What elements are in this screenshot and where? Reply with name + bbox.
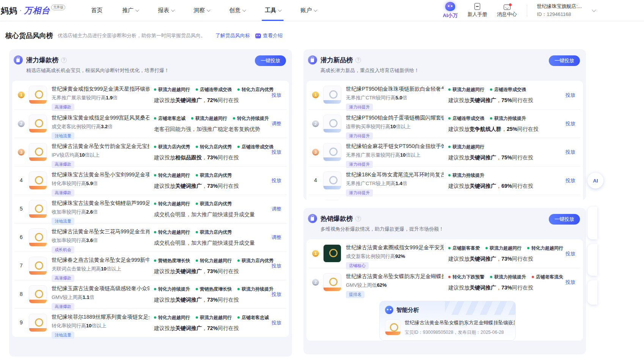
help-icon[interactable]: ?	[355, 57, 361, 63]
diagnosis-tag: 获流力店内优秀	[196, 229, 232, 236]
app-logo[interactable]: 妈妈 · 万相台 无界版	[1, 5, 65, 16]
product-thumbnail[interactable]	[29, 314, 47, 332]
product-title[interactable]: 世纪缘18K金耳饰女鸢尾流光耳环时尚复古K金镶...	[346, 171, 444, 178]
deploy-link[interactable]: 投放	[272, 177, 281, 184]
product-thumbnail[interactable]	[29, 200, 47, 218]
product-title[interactable]: 世纪缘古法黄金吊坠女蝶韵东方足金蝴蝶挂坠镶嵌...	[346, 273, 444, 280]
product-title[interactable]: 世纪缘18K金耳饰幸运星轨K金本色布契拉提四叶...	[346, 200, 444, 200]
nav-item-创意[interactable]: 创意	[219, 0, 255, 21]
product-thumbnail[interactable]	[323, 171, 341, 190]
product-title[interactable]: 世纪缘古法黄金吊坠女三花马999足金生肖马挂坠...	[52, 228, 149, 235]
nav-item-label: 首页	[91, 7, 102, 14]
product-title[interactable]: 世纪缘黄金戒指女999足金满天星指环镶嵌锆石计...	[52, 86, 149, 93]
document-icon	[474, 3, 480, 10]
product-title[interactable]: 世纪缘珠宝黄金戒指足金999宫廷风莫桑石排钻戒...	[52, 115, 149, 121]
product-title[interactable]: 世纪缘古法黄金吊坠女蝶韵东方足金蝴蝶挂坠镶嵌新款...	[405, 319, 515, 326]
product-title[interactable]: 世纪缘PT950铂金鸽子蛋项链椭圆闪耀套链复古欧...	[346, 115, 444, 121]
nav-item-首页[interactable]: 首页	[81, 0, 112, 21]
learn-windvane-link[interactable]: 了解货品风向标	[215, 32, 250, 39]
product-title[interactable]: 世纪缘春之燕古法黄金吊坠女足金999新中式飞燕...	[52, 257, 149, 264]
adjust-link[interactable]: 调整	[272, 206, 281, 212]
deploy-link[interactable]: 投放	[272, 149, 281, 156]
product-thumbnail[interactable]	[385, 319, 401, 335]
product-title[interactable]: 世纪缘铂金麻花手链女PT950白金扭纹手饰百搭简...	[346, 143, 444, 150]
deploy-link[interactable]: 投放	[565, 149, 575, 156]
rank-cell: 1	[17, 91, 26, 98]
nav-item-工具[interactable]: 工具	[255, 0, 291, 21]
diagnosis-tags: 店铺老客忠诚获流力超越同行转化力持续提升	[154, 115, 284, 122]
status-dot-green	[237, 316, 240, 319]
deploy-link[interactable]: 投放	[272, 263, 281, 269]
product-title[interactable]: 世纪缘PT950铂金珠珠项链新款白金轻奢气质高级...	[346, 86, 444, 93]
view-intro-link[interactable]: 查看介绍	[255, 32, 283, 39]
ai-float-button[interactable]: AI	[587, 173, 603, 189]
product-thumbnail[interactable]	[29, 115, 47, 133]
help-icon[interactable]: ?	[355, 216, 361, 222]
nav-item-报表[interactable]: 报表	[148, 0, 184, 21]
diagnosis-tag: 获流力超越同行	[154, 86, 190, 93]
one-key-deploy-button[interactable]: 一键投放	[549, 55, 580, 66]
product-thumbnail[interactable]	[323, 200, 341, 200]
adjust-link[interactable]: 调整	[272, 120, 281, 127]
ai-robot-icon	[385, 306, 393, 314]
deploy-link[interactable]: 投放	[565, 177, 575, 184]
page-header: 核心货品风向榜 优选店铺主力品进行全面诊断和分析，助你第一时间掌握货品风向。 了…	[0, 21, 644, 46]
product-thumbnail[interactable]	[29, 86, 47, 104]
suggestion-text: 建议投放关键词推广，72%同行在投	[154, 97, 284, 104]
product-title[interactable]: 世纪缘玉露古法黄金项链高级感轻奢小众999足金...	[52, 285, 149, 292]
newbie-manual-button[interactable]: 新人手册	[468, 3, 487, 18]
diagnosis-tags: 获流力超越同行店铺连带成交强	[448, 86, 578, 93]
product-thumbnail[interactable]	[29, 228, 47, 247]
deploy-link[interactable]: 投放	[565, 279, 575, 286]
deploy-link[interactable]: 投放	[565, 120, 575, 127]
product-title[interactable]: 世纪缘珠宝古法黄金吊坠女锦鲤葫芦999足金福禄...	[52, 200, 149, 207]
product-title[interactable]: 世纪缘珠宝古法黄金吊坠小宝剑999足金项链萌趣...	[52, 171, 149, 178]
product-thumbnail[interactable]	[323, 115, 341, 133]
product-title[interactable]: 世纪缘古法黄金素圈戒指女999足金平安无事简约...	[346, 244, 444, 251]
one-key-deploy-button[interactable]: 一键投放	[255, 55, 286, 66]
adjust-link[interactable]: 调整	[272, 234, 281, 241]
float-widget-3[interactable]	[587, 280, 597, 305]
rank-medal-silver: 2	[312, 120, 319, 127]
suggestion-text: 建议投放关键词推广，73%同行在投	[154, 183, 284, 190]
status-dot-green	[154, 117, 156, 119]
product-title[interactable]: 世纪缘埃菲尔1889丝耀系列黄金项链女足金钻石套...	[52, 314, 149, 321]
diagnosis-tags: 店铺连带成交强获流力持续提升	[448, 115, 578, 122]
nav-item-洞察[interactable]: 洞察	[184, 0, 219, 21]
chevron-down-icon[interactable]	[592, 8, 596, 12]
product-thumbnail[interactable]	[29, 285, 47, 303]
shop-account[interactable]: 世纪缘珠宝旗舰店:... ID：129461168	[537, 3, 582, 18]
nav-item-推广[interactable]: 推广	[112, 0, 148, 21]
float-widget-1[interactable]	[587, 207, 597, 239]
rank-number: 7	[20, 263, 23, 269]
ai-analysis-product: 世纪缘古法黄金吊坠女蝶韵东方足金蝴蝶挂坠镶嵌新款...宝贝ID：93009850…	[385, 319, 510, 336]
deploy-link[interactable]: 投放	[272, 291, 281, 298]
deploy-link[interactable]: 投放	[272, 92, 281, 99]
float-widget-2[interactable]	[587, 244, 597, 276]
product-metric: 无界推广展示量较同行高1.9倍	[52, 94, 149, 101]
chevron-down-icon	[314, 8, 317, 12]
product-thumbnail[interactable]	[29, 171, 47, 190]
product-thumbnail[interactable]	[29, 257, 47, 275]
deploy-link[interactable]: 投放	[565, 250, 575, 257]
product-title[interactable]: 世纪缘古法黄金吊坠女竹韵金宝足金元宝挂坠锁包...	[52, 143, 149, 150]
product-thumbnail[interactable]	[323, 244, 341, 263]
panel-potential-new: 潜力新品榜?高成长潜力新品，重点投入培育店铺新供给！一键投放1世纪缘PT950铂…	[303, 49, 586, 200]
deploy-link[interactable]: 投放	[565, 92, 575, 99]
product-thumbnail[interactable]	[29, 143, 47, 161]
message-center-button[interactable]: 消息中心	[497, 3, 517, 18]
rank-number: 4	[20, 177, 23, 183]
nav-item-账户[interactable]: 账户	[291, 0, 326, 21]
product-thumbnail[interactable]	[323, 143, 341, 161]
one-key-deploy-button[interactable]: 一键投放	[549, 214, 580, 225]
product-metric: 收加率较同行高2.6倍	[52, 209, 149, 215]
logo-dot: ·	[20, 7, 22, 14]
deploy-link[interactable]: 投放	[272, 319, 281, 326]
product-thumbnail[interactable]	[323, 86, 341, 104]
help-icon[interactable]: ?	[61, 57, 67, 63]
list-item: 2世纪缘珠宝黄金戒指足金999宫廷风莫桑石排钻戒...成交老客比例较同行高3.2…	[14, 109, 287, 138]
suggestion-text: 建议投放关键词推广，73%同行在投	[154, 268, 284, 275]
rank-cell: 3	[311, 148, 320, 156]
product-thumbnail[interactable]	[323, 273, 341, 291]
ai-assistant-button[interactable]: AI小万	[443, 2, 458, 19]
